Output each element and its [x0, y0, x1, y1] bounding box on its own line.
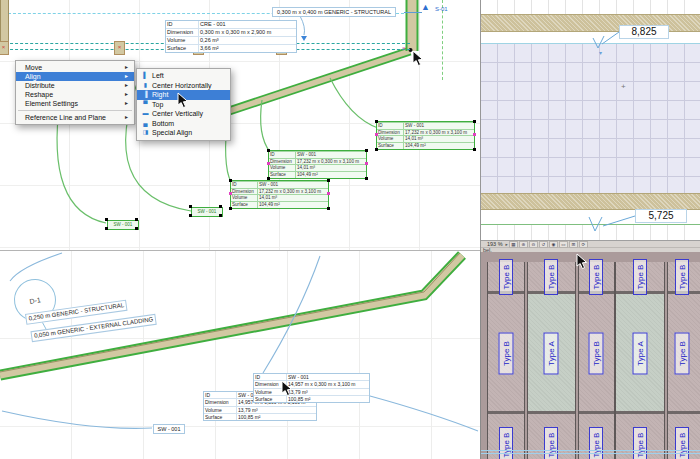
menu-item-reference-line-and-plane[interactable]: Reference Line and Plane► — [16, 113, 134, 122]
menu-item-distribute[interactable]: Distribute► — [16, 81, 134, 90]
detail-marker-label: D-1 — [29, 296, 41, 305]
mouse-cursor — [281, 380, 293, 398]
panel-type-label[interactable]: Type B — [633, 427, 647, 459]
elevation-canvas[interactable]: Type B Type B Type B Type B Type B Type … — [480, 252, 700, 459]
zoom-tool-icon[interactable]: ⟳ — [579, 241, 588, 248]
panel-type-label[interactable]: Type B — [544, 259, 558, 295]
submenu-arrow-icon: ► — [124, 81, 129, 90]
submenu-item-center-horizontally[interactable]: ▮Center Horizontally — [137, 81, 230, 91]
mouse-cursor — [177, 92, 189, 110]
wall-info-box[interactable]: IDSW - 001Dimension14,957 m x 0,300 m x … — [253, 373, 370, 403]
panel-type-label[interactable]: Type B — [675, 333, 690, 375]
wall-segment[interactable] — [0, 0, 9, 42]
info-label: ID — [166, 21, 199, 28]
info-row: Surface100,85 m² — [254, 395, 369, 402]
zoom-tool-icon[interactable]: ⊞ — [569, 241, 578, 248]
mouse-cursor — [412, 50, 424, 68]
zoom-tool-icon[interactable]: ⊕ — [519, 241, 528, 248]
panel-type-label[interactable]: Type B — [675, 427, 689, 459]
reference-line — [481, 450, 700, 451]
align-bottom-icon: ▄ — [141, 119, 150, 129]
info-value: SW - 001 — [287, 374, 369, 380]
column-info-box[interactable]: IDCRE - 001Dimension0,300 m x 0,300 m x … — [165, 20, 297, 53]
wall-composite-tag[interactable]: 0,300 m x 0,400 m GENERIC - STRUCTURAL — [272, 7, 396, 17]
floor-plan-canvas[interactable]: × × × × 0,300 m x 0,400 m GENERIC - STRU… — [0, 0, 480, 250]
info-label: Volume — [166, 37, 199, 44]
selected-label-box[interactable]: IDSW - 001Dimension17,232 m x 0,300 m x … — [230, 180, 329, 209]
info-value: 17,232 m x 0,300 m x 3,100 m — [258, 189, 328, 195]
info-label: Dimension — [231, 189, 258, 195]
status-text: bel. — [481, 248, 700, 252]
info-label: ID — [204, 392, 237, 398]
info-row: Volume13,79 m³ — [254, 388, 369, 395]
info-value: SW - 001 — [258, 182, 328, 188]
selected-label-box[interactable]: IDSW - 001Dimension17,232 m x 0,300 m x … — [268, 150, 367, 179]
column-element[interactable]: × — [0, 41, 9, 55]
info-value: 14,01 m³ — [296, 165, 366, 171]
menu-separator — [18, 110, 132, 111]
menu-item-move[interactable]: Move► — [16, 63, 134, 72]
zoom-tool-icon[interactable]: ↺ — [539, 241, 548, 248]
leader-arrow-icon — [301, 36, 307, 41]
zoom-toolbar: ▦⊕⊖↺◉▭⊞⟳ — [508, 241, 588, 248]
column-element[interactable]: × — [114, 41, 125, 55]
app-stage: × × × × 0,300 m x 0,400 m GENERIC - STRU… — [0, 0, 700, 459]
zoom-tool-icon[interactable]: ▦ — [509, 241, 518, 248]
menu-item-align[interactable]: Align► — [16, 72, 134, 81]
panel-type-label[interactable]: Type B — [589, 333, 604, 375]
panel-type-label[interactable]: Type B — [499, 259, 513, 295]
zoom-tool-icon[interactable]: ⊖ — [529, 241, 538, 248]
panel-type-label[interactable]: Type A — [544, 333, 559, 375]
info-value: 13,79 m³ — [237, 407, 316, 413]
mouse-cursor — [576, 253, 588, 271]
info-row: Volume14,01 m³ — [231, 194, 328, 201]
info-row: Surface104,49 m² — [269, 171, 366, 178]
panel-type-label[interactable]: Type B — [589, 259, 603, 295]
info-label: Surface — [269, 172, 296, 178]
zoom-tool-icon[interactable]: ▭ — [559, 241, 568, 248]
panel-type-label[interactable]: Type B — [589, 427, 603, 459]
submenu-item-special-align[interactable]: ◨Special Align — [137, 128, 230, 138]
panel-type-label[interactable]: Type B — [544, 427, 558, 459]
info-value: 0,26 m³ — [199, 37, 296, 44]
align-top-icon: ▀ — [141, 100, 150, 110]
info-value: 104,49 m² — [296, 172, 366, 178]
context-menu: Move► Align► Distribute► Reshape► Elemen… — [15, 60, 135, 125]
selected-label-box[interactable]: IDSW - 001Dimension17,232 m x 0,300 m x … — [376, 121, 475, 150]
panel-type-label[interactable]: Type B — [675, 259, 689, 295]
special-align-icon: ◨ — [141, 128, 150, 138]
info-value: CRE - 001 — [199, 21, 296, 28]
info-value: SW - 001 — [404, 123, 474, 129]
info-row: Dimension17,232 m x 0,300 m x 3,100 m — [377, 129, 474, 136]
info-value: 100,85 m² — [237, 414, 316, 420]
align-center-v-icon: ▬ — [141, 109, 150, 119]
info-value: 17,232 m x 0,300 m x 3,100 m — [296, 159, 366, 165]
info-row: Volume13,79 m³ — [204, 406, 316, 413]
dimension-label[interactable]: 5,725 — [635, 209, 687, 223]
wall-id-tag[interactable]: SW - 001 — [153, 424, 185, 434]
menu-item-element-settings[interactable]: Element Settings► — [16, 99, 134, 108]
info-row: Volume0,26 m³ — [166, 36, 296, 44]
selection-x-mark: × — [402, 45, 406, 51]
info-row: Dimension0,300 m x 0,300 m x 2,900 m — [166, 28, 296, 36]
section-view-canvas[interactable]: + ▾ 8,825 5,725 193 % ▸ ▦⊕⊖↺◉▭⊞⟳ bel. — [480, 0, 700, 252]
zoom-tool-icon[interactable]: ◉ — [549, 241, 558, 248]
info-value: 14,01 m³ — [404, 136, 474, 142]
reference-line — [481, 453, 700, 454]
panel-type-label[interactable]: Type B — [633, 259, 647, 295]
submenu-item-center-vertically[interactable]: ▬Center Vertically — [137, 109, 230, 119]
panel-type-label[interactable]: Type B — [499, 427, 513, 459]
panel-type-label[interactable]: Type A — [633, 333, 648, 375]
info-label: Volume — [204, 407, 237, 413]
menu-item-reshape[interactable]: Reshape► — [16, 90, 134, 99]
section-marker-icon[interactable]: ▲ — [421, 3, 430, 12]
info-value: SW - 001 — [296, 152, 366, 158]
submenu-item-left[interactable]: ▌Left — [137, 71, 230, 81]
submenu-item-bottom[interactable]: ▄Bottom — [137, 119, 230, 129]
dimension-label[interactable]: 8,825 — [619, 25, 669, 39]
info-label: Surface — [204, 414, 237, 420]
info-label: Surface — [377, 143, 404, 149]
info-row: Volume14,01 m³ — [269, 164, 366, 171]
detail-plan-canvas[interactable]: D-1 0,250 m GENERIC - STRUCTURAL 0,050 m… — [0, 250, 480, 459]
panel-type-label[interactable]: Type B — [499, 333, 514, 375]
